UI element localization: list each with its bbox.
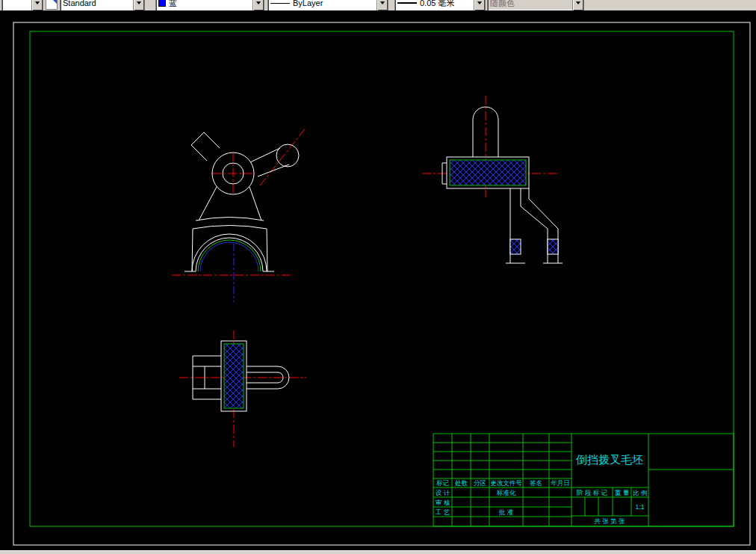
chevron-down-icon: [380, 1, 385, 4]
left-leg-hatch: [510, 239, 521, 254]
style-combo[interactable]: Standard: [60, 0, 145, 11]
approve-label: 批 准: [498, 508, 514, 516]
weight-label: 重 量: [615, 489, 630, 496]
process-label: 工 艺: [435, 508, 450, 516]
color-combo-value: 蓝: [169, 0, 177, 9]
revision-header-row: 标记 处数 分区 更改文件号 签名 年月日: [436, 479, 570, 487]
lineweight-combo[interactable]: 0.05 毫米: [394, 0, 486, 11]
left-lug: [191, 132, 220, 161]
top-view: [179, 330, 306, 447]
design-label: 设 计: [436, 489, 450, 496]
revision-header-cell: 分区: [474, 479, 486, 487]
properties-toolbar: Standard 蓝 ByLayer: [0, 0, 756, 11]
standardization-label: 标准化: [497, 489, 516, 496]
model-space-canvas[interactable]: 倒挡拨叉毛坯 标记 处数 分区 更改文件号 签名 年月日 设 计 标准化 审 核…: [0, 10, 756, 551]
style-combo-dropdown-button[interactable]: [133, 0, 144, 10]
role-labels: 设 计 标准化 审 核 工 艺 批 准: [435, 489, 516, 516]
revision-header-cell: 更改文件号: [490, 479, 522, 487]
right-leg-hatch: [548, 239, 558, 254]
drawing-frame: [30, 31, 734, 526]
sheet-info: 共 张 第 张: [593, 517, 625, 525]
linetype-combo-dropdown-button[interactable]: [377, 0, 388, 10]
chevron-down-icon: [137, 1, 141, 4]
lineweight-sample-icon: [397, 2, 417, 4]
workspace-combo-dropdown-button[interactable]: [31, 0, 43, 10]
revision-header-cell: 标记: [436, 479, 450, 487]
revision-header-cell: 签名: [530, 479, 542, 487]
right-lug: [250, 144, 299, 176]
linetype-sample-icon: [270, 3, 290, 4]
color-combo[interactable]: 蓝: [155, 0, 264, 11]
title-block: 倒挡拨叉毛坯 标记 处数 分区 更改文件号 签名 年月日 设 计 标准化 审 核…: [433, 434, 734, 526]
chevron-down-icon: [35, 1, 40, 4]
lineweight-combo-value: 0.05 毫米: [420, 0, 454, 9]
title-block-fields: 阶 段 标 记 重 量 比 例 1:1 共 张 第 张: [577, 489, 647, 525]
color-combo-field[interactable]: 蓝: [156, 0, 252, 10]
plotstyle-combo-dropdown-button[interactable]: [572, 0, 583, 10]
scale-label: 比 例: [633, 489, 647, 496]
linetype-combo-field[interactable]: ByLayer: [268, 0, 377, 10]
front-view: [172, 127, 306, 302]
text-style-icon[interactable]: [46, 0, 58, 10]
revision-header-cell: 年月日: [551, 479, 570, 487]
scale-value: 1:1: [636, 503, 645, 511]
linetype-combo-value: ByLayer: [293, 0, 323, 7]
check-label: 审 核: [436, 499, 450, 506]
arch-blue-arc: [200, 242, 258, 271]
blue-color-swatch-icon: [158, 0, 166, 7]
side-view: [422, 96, 563, 263]
chevron-down-icon: [256, 1, 261, 4]
revision-header-cell: 处数: [455, 479, 468, 487]
top-hub-hatch: [224, 344, 244, 408]
color-combo-dropdown-button[interactable]: [252, 0, 264, 10]
chevron-down-icon: [477, 1, 482, 4]
plotstyle-combo-value[interactable]: 随颜色: [488, 0, 572, 10]
page-corner-icon: [52, 0, 57, 4]
side-hub-hatch: [450, 160, 526, 185]
part-name: 倒挡拨叉毛坯: [575, 453, 643, 466]
lineweight-combo-field[interactable]: 0.05 毫米: [395, 0, 474, 10]
arch-green-arc: [198, 240, 261, 271]
command-area-edge: [0, 550, 756, 554]
plotstyle-combo[interactable]: 随颜色: [487, 0, 584, 11]
cad-application-window: Standard 蓝 ByLayer: [0, 0, 756, 554]
chevron-down-icon: [576, 1, 580, 4]
arch-outer-arc: [192, 234, 267, 271]
style-combo-value[interactable]: Standard: [61, 0, 133, 10]
stage-mark-label: 阶 段 标 记: [577, 489, 608, 496]
paper-border: [13, 22, 750, 545]
workspace-combo-value[interactable]: [2, 0, 31, 10]
drawing-svg: 倒挡拨叉毛坯 标记 处数 分区 更改文件号 签名 年月日 设 计 标准化 审 核…: [0, 10, 756, 551]
linetype-combo[interactable]: ByLayer: [267, 0, 388, 11]
lineweight-combo-dropdown-button[interactable]: [474, 0, 485, 10]
workspace-combo[interactable]: [1, 0, 43, 11]
